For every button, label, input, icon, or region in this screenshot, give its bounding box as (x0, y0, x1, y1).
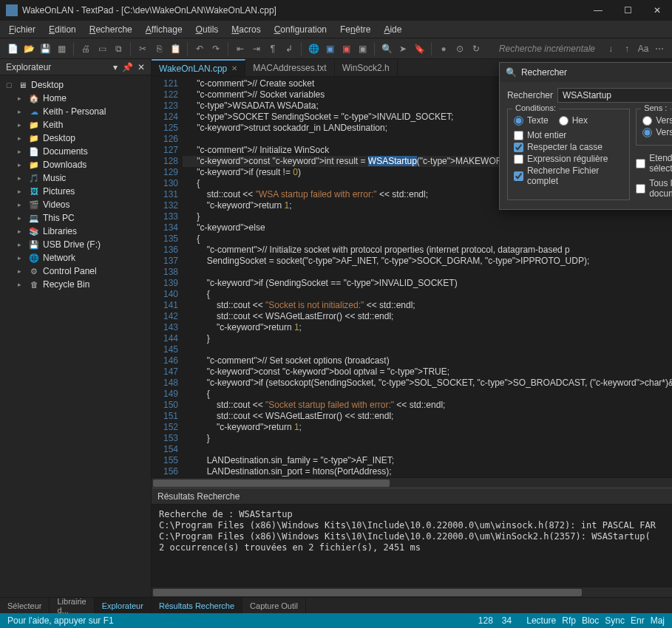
preview-icon[interactable]: ▭ (95, 42, 109, 55)
paste-icon[interactable]: 📋 (169, 42, 182, 55)
tree-expand-icon[interactable]: ▸ (18, 134, 25, 142)
tree-item[interactable]: ▸🖼Pictures (0, 185, 151, 198)
bookmark-icon[interactable]: 🔖 (413, 42, 426, 55)
tree-expand-icon[interactable]: ▸ (18, 148, 25, 155)
tree-item[interactable]: ▸🌐Network (0, 251, 151, 264)
tool1-icon[interactable]: ▣ (323, 42, 336, 55)
copy-icon[interactable]: ⎘ (152, 42, 166, 55)
menu-aide[interactable]: Aide (384, 24, 401, 35)
menu-macros[interactable]: Macros (231, 24, 260, 35)
search-up-icon[interactable]: ↑ (620, 42, 634, 55)
tab-selecteur[interactable]: Sélecteur (0, 598, 50, 613)
tree-expand-icon[interactable]: ▸ (18, 241, 25, 248)
tree-item[interactable]: ▸💻This PC (0, 211, 151, 225)
save-icon[interactable]: 💾 (38, 42, 52, 55)
pilcrow-icon[interactable]: ¶ (266, 42, 279, 55)
panel-close-icon[interactable]: ✕ (138, 62, 145, 72)
tree-item[interactable]: ▸📁Downloads (0, 158, 151, 171)
indent-right-icon[interactable]: ⇥ (250, 42, 263, 55)
tool3-icon[interactable]: ▣ (356, 42, 369, 55)
more-icon[interactable]: ⋯ (653, 42, 666, 55)
tab-explorateur[interactable]: Explorateur (95, 598, 152, 613)
explorer-tree[interactable]: ▢ 🖥 Desktop ▸🏠Home▸☁Keith - Personal▸📁Ke… (0, 75, 151, 597)
tree-collapse-icon[interactable]: ▢ (6, 81, 13, 89)
tree-item[interactable]: ▸🎬Videos (0, 198, 151, 211)
check-tous-docs[interactable]: Tous les documents (636, 178, 672, 199)
radio-vers-haut[interactable]: Vers le haut (642, 115, 672, 126)
panel-dropdown-icon[interactable]: ▾ (113, 62, 118, 72)
minimize-button[interactable]: — (589, 5, 607, 16)
editor-tab[interactable]: WinSock2.h (335, 59, 398, 76)
search-down-icon[interactable]: ↓ (604, 42, 617, 55)
editor-tab[interactable]: MACAddresses.txt (245, 59, 334, 76)
web-icon[interactable]: 🌐 (307, 42, 320, 55)
tree-item[interactable]: ▸💾USB Drive (F:) (0, 238, 151, 251)
horizontal-scrollbar[interactable] (152, 477, 672, 488)
tree-root[interactable]: ▢ 🖥 Desktop (0, 78, 151, 92)
tree-expand-icon[interactable]: ▸ (18, 108, 25, 115)
stop-icon[interactable]: ↻ (469, 42, 483, 55)
tree-item[interactable]: ▸🗑Recycle Bin (0, 278, 151, 291)
check-respecter-casse[interactable]: Respecter la casse (514, 142, 623, 152)
open-file-icon[interactable]: 📂 (22, 42, 35, 55)
menu-edition[interactable]: Edition (49, 24, 76, 35)
tab-librairie[interactable]: Librairie d... (50, 598, 94, 613)
tree-item[interactable]: ▸📚Libraries (0, 225, 151, 238)
menu-outils[interactable]: Outils (196, 24, 219, 35)
check-etendre[interactable]: Etendre la sélection (636, 153, 672, 174)
radio-texte[interactable]: Texte (514, 115, 549, 126)
compare-icon[interactable]: ⧉ (112, 42, 125, 55)
hscroll-thumb[interactable] (153, 479, 390, 487)
tree-item[interactable]: ▸📁Keith (0, 118, 151, 132)
tree-expand-icon[interactable]: ▸ (18, 281, 25, 288)
wrap-icon[interactable]: ↲ (282, 42, 296, 55)
tree-item[interactable]: ▸🏠Home (0, 92, 151, 105)
new-file-icon[interactable]: 📄 (6, 42, 19, 55)
tree-item[interactable]: ▸📁Desktop (0, 132, 151, 145)
results-hscroll-thumb[interactable] (153, 589, 582, 596)
find-next-icon[interactable]: ➤ (396, 42, 410, 55)
tree-item[interactable]: ▸🎵Music (0, 171, 151, 185)
panel-pin-icon[interactable]: 📌 (122, 62, 133, 72)
close-button[interactable]: ✕ (648, 5, 666, 16)
tree-expand-icon[interactable]: ▸ (18, 267, 25, 275)
undo-icon[interactable]: ↶ (193, 42, 206, 55)
tab-close-icon[interactable]: ✕ (231, 64, 237, 72)
tab-resultats[interactable]: Résultats Recherche (152, 598, 242, 613)
tree-expand-icon[interactable]: ▸ (18, 228, 25, 235)
incremental-search[interactable]: Recherche incrémentale (499, 44, 595, 54)
check-mot-entier[interactable]: Mot entier (514, 130, 623, 140)
tree-expand-icon[interactable]: ▸ (18, 188, 25, 195)
radio-vers-bas[interactable]: Vers le bas (642, 127, 672, 137)
redo-icon[interactable]: ↷ (209, 42, 223, 55)
tree-expand-icon[interactable]: ▸ (18, 174, 25, 182)
tree-item[interactable]: ▸⚙Control Panel (0, 264, 151, 278)
maximize-button[interactable]: ☐ (619, 5, 637, 16)
menu-recherche[interactable]: Recherche (89, 24, 132, 35)
check-expression-reg[interactable]: Expression régulière (514, 154, 623, 164)
results-text[interactable]: Recherche de : WSAStartup C:\Program Fil… (152, 505, 672, 587)
case-icon[interactable]: Aa (637, 42, 650, 55)
find-titlebar[interactable]: 🔍 Rechercher ? ✕ (500, 63, 672, 82)
tree-expand-icon[interactable]: ▸ (18, 161, 25, 168)
tree-expand-icon[interactable]: ▸ (18, 201, 25, 208)
tab-capture[interactable]: Capture Outil (242, 598, 306, 613)
tree-expand-icon[interactable]: ▸ (18, 95, 25, 102)
tree-expand-icon[interactable]: ▸ (18, 214, 25, 222)
play-icon[interactable]: ⊙ (453, 42, 466, 55)
menu-fenetre[interactable]: Fenêtre (340, 24, 370, 35)
print-icon[interactable]: 🖨 (79, 42, 92, 55)
record-icon[interactable]: ● (437, 42, 450, 55)
menu-affichage[interactable]: Affichage (146, 24, 183, 35)
check-recherche-fichier[interactable]: Recherche Fichier complet (514, 165, 623, 186)
tree-item[interactable]: ▸📄Documents (0, 145, 151, 158)
save-all-icon[interactable]: ▦ (55, 42, 68, 55)
editor-tab[interactable]: WakeOnLAN.cpp✕ (152, 59, 245, 76)
indent-left-icon[interactable]: ⇤ (234, 42, 247, 55)
results-hscrollbar[interactable] (152, 587, 672, 597)
menu-fichier[interactable]: Fichier (9, 24, 35, 35)
find-input[interactable] (557, 88, 672, 103)
find-icon[interactable]: 🔍 (380, 42, 393, 55)
cut-icon[interactable]: ✂ (136, 42, 149, 55)
tree-expand-icon[interactable]: ▸ (18, 121, 25, 129)
